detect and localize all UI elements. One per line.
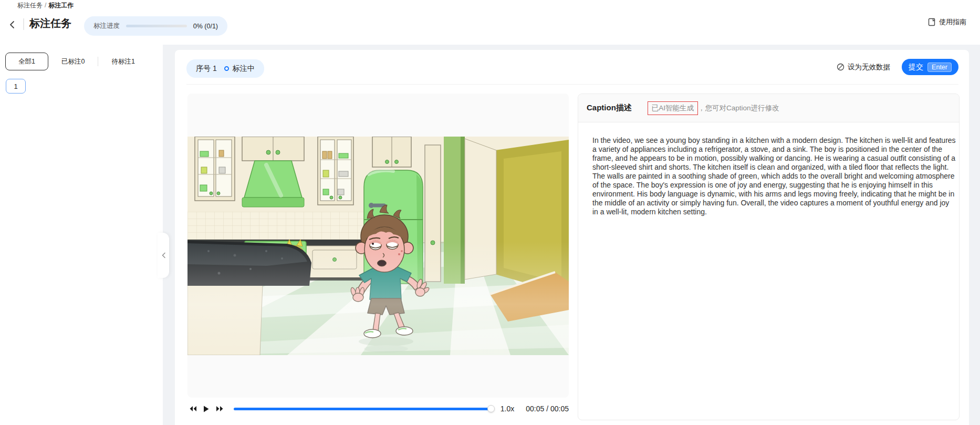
- serial-label: 序号 1: [196, 64, 217, 74]
- task-card: 序号 1 标注中 设为无效数据 提交 Enter: [175, 50, 969, 425]
- fast-forward-button[interactable]: [214, 403, 225, 414]
- breadcrumb-parent[interactable]: 标注任务: [17, 2, 43, 9]
- upper-cabinet-center: [242, 137, 304, 161]
- video-frame[interactable]: [187, 137, 569, 355]
- caption-header: Caption描述 已AI智能生成 ，您可对Caption进行修改: [578, 94, 959, 122]
- card-divider: [186, 84, 958, 85]
- submit-button[interactable]: 提交 Enter: [902, 59, 958, 75]
- rewind-icon: [190, 406, 197, 412]
- annotation-workspace: 标注任务/标注工作 标注任务 标注进度 0% (0/1) 使用指南 全部1 已标…: [0, 0, 980, 425]
- no-entry-icon: [837, 63, 845, 71]
- header-divider: [23, 18, 24, 30]
- set-invalid-label: 设为无效数据: [848, 63, 890, 72]
- sidebar: 全部1 已标注0 待标注1 1: [0, 45, 163, 425]
- playback-speed[interactable]: 1.0x: [501, 405, 514, 413]
- chevron-left-icon: [161, 252, 166, 258]
- serial-status-pill: 序号 1 标注中: [186, 59, 264, 78]
- seek-bar[interactable]: [234, 405, 491, 412]
- tab-unlabeled[interactable]: 待标注1: [98, 53, 148, 70]
- video-player-panel: [187, 94, 569, 398]
- sequence-item-1[interactable]: 1: [6, 79, 26, 94]
- enter-shortcut-badge: Enter: [927, 63, 952, 72]
- blue-ring-dot-icon: [224, 66, 229, 71]
- kitchen-cartoon-svg: [187, 137, 569, 355]
- timecode: 00:05 / 00:05: [526, 405, 569, 413]
- progress-label: 标注进度: [93, 22, 120, 30]
- tab-labeled[interactable]: 已标注0: [48, 53, 98, 70]
- progress-text: 0% (0/1): [193, 23, 218, 30]
- back-button[interactable]: [6, 19, 18, 30]
- usage-guide-button[interactable]: 使用指南: [928, 17, 966, 27]
- progress-pill: 标注进度 0% (0/1): [84, 16, 227, 36]
- breadcrumb: 标注任务/标注工作: [17, 1, 74, 10]
- caption-hint: ，您可对Caption进行修改: [698, 103, 779, 113]
- caption-panel: Caption描述 已AI智能生成 ，您可对Caption进行修改 In the…: [578, 94, 960, 420]
- filter-tabs: 全部1 已标注0 待标注1: [5, 53, 148, 70]
- breadcrumb-separator: /: [45, 2, 46, 9]
- tab-all[interactable]: 全部1: [5, 53, 48, 70]
- status-label: 标注中: [233, 64, 255, 74]
- page-title: 标注任务: [29, 16, 71, 30]
- status-badge: 标注中: [224, 64, 255, 74]
- set-invalid-button[interactable]: 设为无效数据: [837, 63, 890, 72]
- backsplash-tiles: [187, 212, 365, 241]
- submit-label: 提交: [909, 63, 923, 72]
- book-icon: [928, 18, 936, 26]
- breadcrumb-current: 标注工作: [48, 2, 74, 9]
- fast-forward-icon: [216, 406, 223, 412]
- play-button[interactable]: [201, 403, 212, 414]
- caption-title: Caption描述: [587, 103, 632, 113]
- caption-editor[interactable]: In the video, we see a young boy standin…: [592, 136, 956, 216]
- progress-bar: [126, 25, 187, 27]
- player-controls: 1.0x 00:05 / 00:05: [187, 401, 569, 417]
- caption-body: In the video, we see a young boy standin…: [578, 122, 959, 216]
- glass-cabinet-left: [195, 137, 235, 201]
- play-icon: [203, 406, 209, 412]
- rewind-button[interactable]: [187, 403, 199, 414]
- card-actions: 设为无效数据 提交 Enter: [837, 59, 958, 75]
- sidebar-collapse-handle[interactable]: [158, 233, 169, 278]
- seek-handle[interactable]: [487, 405, 495, 412]
- ai-generated-badge: 已AI智能生成: [648, 101, 698, 115]
- usage-guide-label: 使用指南: [939, 17, 966, 27]
- chevron-left-icon: [8, 20, 16, 29]
- glass-cabinet-mid: [318, 137, 353, 205]
- cabinet-above-fridge: [372, 137, 411, 167]
- seek-fill: [234, 408, 491, 410]
- floor-gloss: [187, 242, 569, 355]
